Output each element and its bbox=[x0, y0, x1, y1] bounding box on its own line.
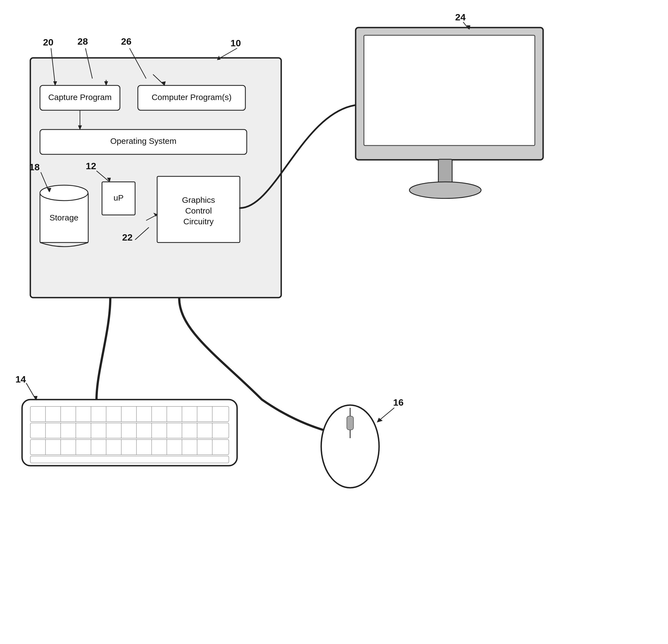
svg-marker-11 bbox=[104, 81, 108, 86]
svg-marker-76 bbox=[467, 25, 470, 30]
svg-text:Control: Control bbox=[185, 206, 212, 215]
svg-rect-0 bbox=[30, 58, 281, 297]
svg-text:16: 16 bbox=[393, 397, 404, 408]
svg-rect-16 bbox=[355, 28, 543, 160]
svg-text:Computer Program(s): Computer Program(s) bbox=[152, 93, 231, 102]
svg-rect-21 bbox=[30, 407, 229, 421]
svg-text:18: 18 bbox=[29, 162, 40, 172]
diagram-container: Capture Program Computer Program(s) Oper… bbox=[0, 0, 668, 644]
svg-line-64 bbox=[218, 48, 237, 59]
svg-line-12 bbox=[153, 74, 164, 85]
svg-rect-23 bbox=[30, 440, 229, 455]
svg-line-66 bbox=[51, 48, 55, 85]
svg-rect-2 bbox=[138, 86, 245, 110]
svg-text:Operating System: Operating System bbox=[110, 136, 177, 145]
svg-text:24: 24 bbox=[455, 12, 466, 22]
svg-marker-9 bbox=[78, 125, 82, 130]
svg-rect-4 bbox=[102, 182, 135, 215]
svg-line-77 bbox=[26, 383, 36, 400]
svg-rect-63 bbox=[347, 416, 353, 430]
svg-text:22: 22 bbox=[122, 232, 133, 243]
svg-text:28: 28 bbox=[77, 36, 88, 47]
svg-line-14 bbox=[146, 215, 156, 220]
svg-marker-80 bbox=[377, 418, 383, 423]
svg-text:26: 26 bbox=[121, 36, 132, 47]
svg-text:Storage: Storage bbox=[49, 213, 78, 222]
svg-marker-71 bbox=[47, 188, 51, 192]
svg-text:Graphics: Graphics bbox=[182, 195, 215, 204]
svg-marker-65 bbox=[217, 56, 221, 60]
svg-text:14: 14 bbox=[15, 374, 26, 384]
svg-marker-67 bbox=[53, 81, 57, 86]
svg-rect-6 bbox=[40, 193, 88, 243]
svg-marker-13 bbox=[161, 81, 166, 86]
svg-line-68 bbox=[86, 48, 92, 78]
svg-text:uP: uP bbox=[113, 193, 124, 202]
svg-text:12: 12 bbox=[86, 160, 96, 171]
svg-line-74 bbox=[135, 227, 149, 240]
svg-rect-5 bbox=[157, 177, 240, 243]
svg-rect-1 bbox=[40, 86, 120, 110]
svg-rect-24 bbox=[30, 456, 229, 463]
diagram-svg: Capture Program Computer Program(s) Oper… bbox=[0, 0, 668, 644]
svg-line-70 bbox=[41, 172, 49, 191]
svg-point-19 bbox=[409, 182, 481, 198]
svg-marker-78 bbox=[34, 396, 37, 400]
svg-point-7 bbox=[40, 185, 88, 201]
svg-line-75 bbox=[463, 22, 469, 29]
svg-rect-18 bbox=[438, 159, 452, 187]
svg-line-72 bbox=[96, 171, 109, 181]
svg-point-61 bbox=[321, 405, 379, 488]
svg-marker-73 bbox=[107, 178, 111, 182]
svg-rect-22 bbox=[30, 423, 229, 438]
svg-text:10: 10 bbox=[230, 38, 241, 48]
svg-rect-3 bbox=[40, 129, 247, 154]
svg-text:20: 20 bbox=[43, 37, 54, 47]
svg-rect-20 bbox=[22, 400, 237, 466]
svg-text:Circuitry: Circuitry bbox=[183, 217, 214, 226]
svg-rect-17 bbox=[364, 35, 535, 145]
svg-line-79 bbox=[378, 408, 394, 421]
svg-text:Capture Program: Capture Program bbox=[48, 93, 112, 102]
svg-marker-15 bbox=[153, 213, 158, 217]
svg-line-69 bbox=[130, 48, 146, 78]
